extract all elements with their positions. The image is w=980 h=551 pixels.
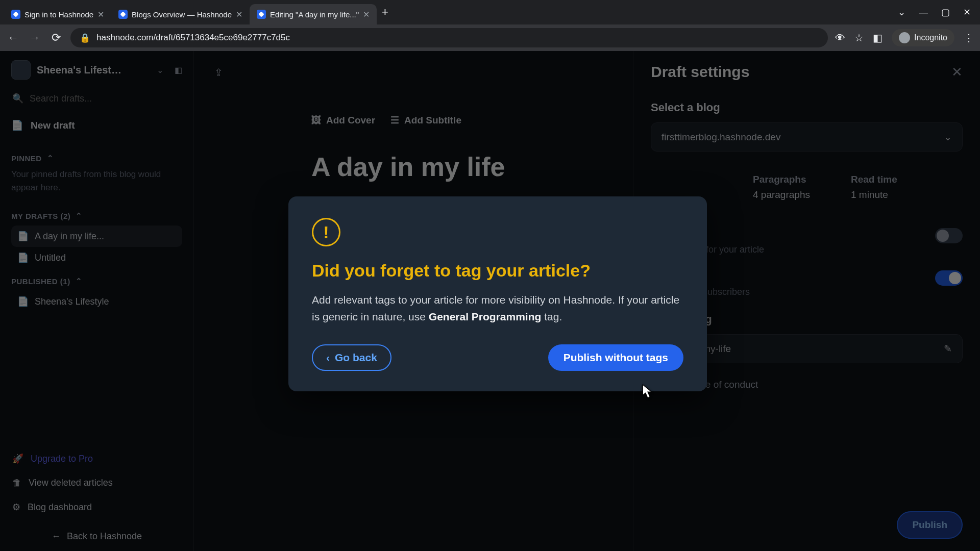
- window-close-icon[interactable]: ✕: [963, 7, 971, 18]
- chevron-left-icon: ‹: [326, 352, 330, 364]
- eye-off-icon[interactable]: 👁: [835, 32, 845, 44]
- tab-title: Editing "A day in my life...": [270, 10, 359, 19]
- browser-tab-active[interactable]: Editing "A day in my life..." ✕: [250, 4, 377, 24]
- reload-icon[interactable]: ⟳: [49, 31, 63, 44]
- browser-tab[interactable]: Blogs Overview — Hashnode ✕: [111, 4, 250, 24]
- address-bar[interactable]: 🔒 hashnode.com/draft/65713634e5ce69e2777…: [70, 28, 828, 47]
- go-back-button[interactable]: ‹ Go back: [312, 344, 391, 371]
- publish-without-tags-button[interactable]: Publish without tags: [548, 344, 683, 371]
- close-icon[interactable]: ✕: [363, 10, 370, 19]
- browser-tab-strip: Sign in to Hashnode ✕ Blogs Overview — H…: [0, 0, 980, 24]
- modal-body: Add relevant tags to your article for mo…: [312, 292, 683, 325]
- tag-reminder-modal: ! Did you forget to tag your article? Ad…: [288, 196, 707, 391]
- browser-tab[interactable]: Sign in to Hashnode ✕: [4, 4, 111, 24]
- tab-title: Sign in to Hashnode: [24, 10, 93, 19]
- hashnode-favicon: [257, 10, 266, 19]
- chevron-down-icon[interactable]: ⌄: [898, 7, 905, 18]
- back-icon[interactable]: ←: [6, 31, 20, 44]
- minimize-icon[interactable]: —: [919, 7, 928, 18]
- side-panel-icon[interactable]: ◧: [873, 32, 883, 44]
- incognito-icon: [899, 32, 910, 43]
- forward-icon: →: [28, 31, 42, 44]
- browser-toolbar: ← → ⟳ 🔒 hashnode.com/draft/65713634e5ce6…: [0, 24, 980, 51]
- lock-icon: 🔒: [80, 33, 90, 43]
- hashnode-favicon: [11, 10, 20, 19]
- maximize-icon[interactable]: ▢: [941, 7, 950, 18]
- incognito-badge[interactable]: Incognito: [892, 29, 954, 46]
- close-icon[interactable]: ✕: [236, 10, 242, 19]
- close-icon[interactable]: ✕: [97, 10, 104, 19]
- new-tab-button[interactable]: +: [377, 6, 394, 19]
- bookmark-icon[interactable]: ☆: [854, 32, 864, 44]
- modal-title: Did you forget to tag your article?: [312, 261, 683, 281]
- hashnode-favicon: [118, 10, 128, 19]
- incognito-label: Incognito: [914, 33, 947, 42]
- url-text: hashnode.com/draft/65713634e5ce69e2777c7…: [96, 33, 290, 43]
- tab-title: Blogs Overview — Hashnode: [132, 10, 232, 19]
- kebab-menu-icon[interactable]: ⋮: [964, 32, 974, 44]
- alert-icon: !: [312, 218, 340, 246]
